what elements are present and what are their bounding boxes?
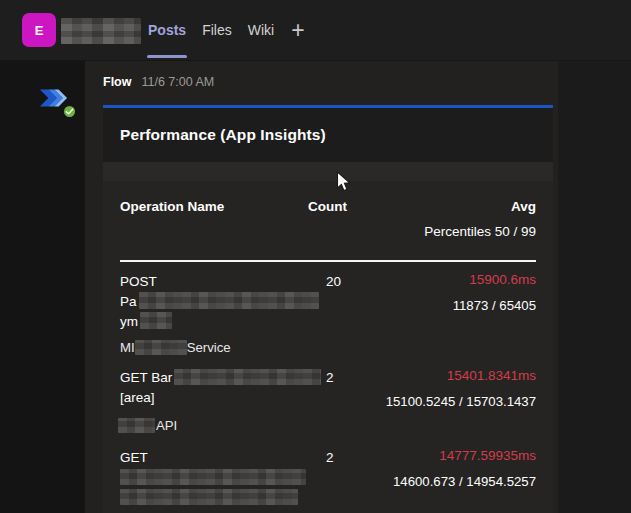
adaptive-card: Performance (App Insights) Operation Nam…: [103, 105, 553, 513]
redacted-text: [120, 469, 306, 485]
redacted-text: [140, 312, 172, 329]
count-cell: 2: [319, 448, 361, 508]
column-header-operation-name: Operation Name: [120, 199, 308, 214]
channel-tabs: Posts Files Wiki +: [140, 0, 314, 60]
card-divider-band: [103, 162, 553, 181]
metrics-cell: 15401.8341ms 15100.5245 / 15703.1437: [361, 368, 536, 410]
operation-name-cell: GET: [120, 448, 319, 508]
tab-posts[interactable]: Posts: [140, 0, 194, 60]
tab-files[interactable]: Files: [194, 0, 240, 60]
table-row: GET 2 14777.59935ms 14600.673 / 14954.52…: [120, 448, 536, 508]
teams-window: E Posts Files Wiki + Flow 11/6 7:00 AM: [0, 0, 631, 513]
service-suffix: API: [156, 417, 177, 434]
table-separator: [120, 260, 536, 262]
service-name-row: API: [120, 417, 536, 434]
add-tab-button[interactable]: +: [282, 0, 313, 60]
card-title-section: Performance (App Insights): [103, 108, 553, 162]
operation-method: GET Bar: [120, 370, 172, 385]
redacted-text: [139, 292, 319, 309]
operation-name-cell: POST Pa ym: [120, 272, 319, 332]
column-header-percentiles: Percentiles 50 / 99: [120, 224, 536, 239]
metrics-cell: 14777.59935ms 14600.673 / 14954.5257: [361, 448, 536, 508]
table-row: POST Pa ym 20 15900.6ms 11873 / 65405: [120, 272, 536, 332]
operation-method: POST: [120, 274, 157, 289]
service-suffix: Service: [187, 339, 231, 356]
message-panel: Flow 11/6 7:00 AM Performance (App Insig…: [85, 61, 558, 513]
count-cell: 2: [319, 368, 361, 410]
redacted-text: [174, 369, 321, 385]
operation-path: [area]: [120, 390, 155, 405]
service-prefix: MI: [120, 339, 135, 356]
avg-value: 15900.6ms: [361, 272, 536, 288]
operation-path-prefix: ym: [120, 314, 138, 329]
metrics-cell: 15900.6ms 11873 / 65405: [361, 272, 536, 332]
service-name-row: MIService: [120, 339, 536, 356]
column-header-avg: Avg: [368, 199, 536, 214]
channel-header: E Posts Files Wiki +: [0, 0, 631, 61]
percentiles-value: 11873 / 65405: [361, 298, 536, 314]
redacted-text: [135, 340, 187, 355]
message-sender[interactable]: Flow: [103, 75, 131, 89]
table-row: GET Bar [area] 2 15401.8341ms 15100.5245…: [120, 368, 536, 410]
checkmark-presence-icon: [62, 104, 77, 119]
count-cell: 20: [319, 272, 361, 332]
team-name-redacted: [61, 18, 141, 44]
redacted-text: [118, 418, 155, 433]
redacted-text: [120, 489, 298, 505]
message-timestamp: 11/6 7:00 AM: [141, 75, 214, 89]
team-avatar[interactable]: E: [22, 13, 56, 47]
message-header: Flow 11/6 7:00 AM: [103, 75, 214, 89]
left-gutter: [0, 61, 85, 513]
column-header-count: Count: [308, 199, 368, 214]
tab-wiki[interactable]: Wiki: [240, 0, 282, 60]
avg-value: 15401.8341ms: [361, 368, 536, 384]
percentiles-value: 14600.673 / 14954.5257: [361, 474, 536, 490]
performance-table: Operation Name Count Avg Percentiles 50 …: [103, 181, 553, 513]
table-header-row: Operation Name Count Avg: [120, 181, 536, 214]
card-title: Performance (App Insights): [120, 126, 326, 144]
operation-path-prefix: Pa: [120, 294, 137, 309]
operation-name-cell: GET Bar [area]: [120, 368, 319, 410]
avg-value: 14777.59935ms: [361, 448, 536, 464]
operation-method: GET: [120, 450, 148, 465]
percentiles-value: 15100.5245 / 15703.1437: [361, 394, 536, 410]
